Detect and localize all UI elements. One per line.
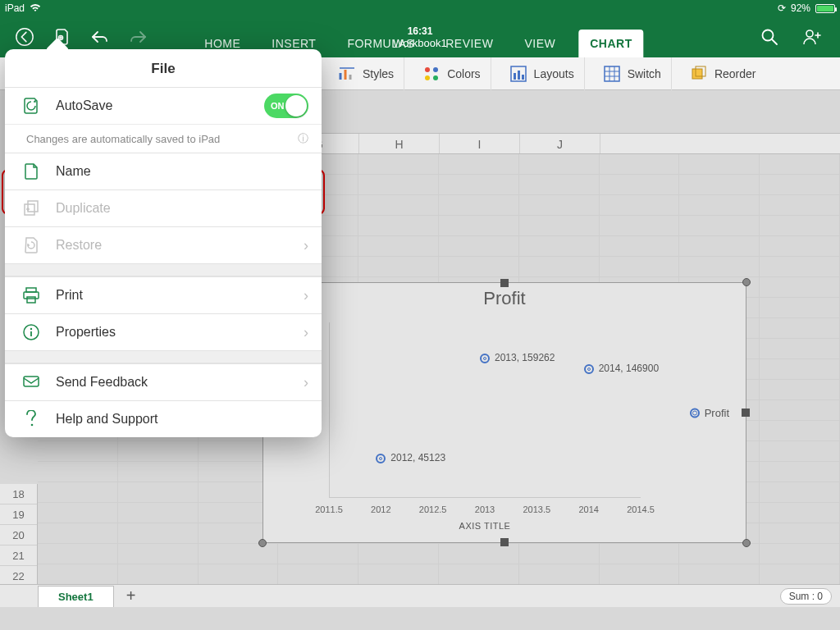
toggle-on-label: ON bbox=[271, 101, 285, 111]
x-tick-label: 2012.5 bbox=[419, 504, 447, 514]
info-icon bbox=[20, 323, 43, 341]
row-number[interactable]: 20 bbox=[0, 525, 37, 546]
file-menu-popover: File AutoSave ON Changes are automatical… bbox=[5, 49, 322, 437]
menu-properties[interactable]: Properties › bbox=[5, 313, 322, 350]
data-point[interactable] bbox=[480, 354, 490, 363]
autosave-label: AutoSave bbox=[56, 98, 112, 113]
data-label: 2014, 146900 bbox=[599, 363, 659, 374]
feedback-label: Send Feedback bbox=[56, 375, 148, 390]
menu-name[interactable]: Name bbox=[5, 153, 322, 189]
help-label: Help and Support bbox=[56, 412, 158, 427]
svg-rect-16 bbox=[28, 201, 38, 212]
chevron-right-icon: › bbox=[304, 324, 308, 341]
ribbon-layouts[interactable]: Layouts bbox=[500, 57, 585, 90]
menu-print[interactable]: Print › bbox=[5, 276, 322, 313]
reorder-icon bbox=[690, 65, 708, 83]
svg-rect-18 bbox=[24, 292, 39, 299]
tab-view[interactable]: VIEW bbox=[516, 30, 564, 57]
share-user-button[interactable] bbox=[802, 27, 822, 47]
chart-plot-area[interactable]: AXIS TITLE 2011.520122012.520132013.5201… bbox=[329, 322, 641, 498]
add-sheet-button[interactable]: + bbox=[119, 587, 144, 605]
back-button[interactable] bbox=[15, 27, 34, 47]
col-header[interactable]: J bbox=[520, 134, 600, 153]
tab-formulas[interactable]: FORMULAS bbox=[339, 30, 422, 57]
svg-rect-19 bbox=[27, 297, 35, 303]
chart-legend[interactable]: Profit bbox=[690, 407, 729, 419]
ribbon-colors[interactable]: Colors bbox=[413, 57, 491, 90]
svg-rect-9 bbox=[514, 73, 516, 80]
data-point[interactable] bbox=[584, 364, 594, 374]
chevron-right-icon: › bbox=[304, 374, 308, 391]
svg-point-4 bbox=[425, 67, 430, 72]
resize-handle[interactable] bbox=[742, 278, 751, 286]
resize-handle[interactable] bbox=[500, 279, 509, 287]
chevron-right-icon: › bbox=[304, 287, 308, 304]
data-label: 2012, 45123 bbox=[390, 452, 445, 463]
data-label: 2013, 159262 bbox=[495, 352, 555, 363]
x-tick-label: 2013 bbox=[475, 504, 495, 514]
chart-object[interactable]: Profit AXIS TITLE 2011.520122012.5201320… bbox=[262, 282, 746, 543]
name-label: Name bbox=[56, 164, 91, 179]
resize-handle[interactable] bbox=[500, 538, 509, 546]
menu-duplicate: Duplicate bbox=[5, 189, 322, 226]
sheet-tab-label: Sheet1 bbox=[58, 591, 94, 603]
styles-icon bbox=[338, 65, 356, 83]
switch-icon bbox=[603, 65, 621, 83]
resize-handle[interactable] bbox=[742, 409, 750, 417]
ribbon-styles[interactable]: Styles bbox=[328, 57, 404, 90]
chevron-right-icon: › bbox=[304, 237, 308, 254]
resize-handle[interactable] bbox=[258, 539, 267, 547]
autosave-toggle[interactable]: ON bbox=[264, 94, 308, 118]
row-number[interactable]: 19 bbox=[0, 504, 37, 525]
ribbon-colors-label: Colors bbox=[447, 67, 480, 80]
row-number[interactable]: 21 bbox=[0, 546, 37, 566]
col-header[interactable]: H bbox=[359, 134, 440, 153]
ribbon-styles-label: Styles bbox=[363, 67, 394, 80]
help-icon bbox=[20, 410, 43, 428]
row-number[interactable]: 18 bbox=[0, 484, 37, 504]
menu-feedback[interactable]: Send Feedback › bbox=[5, 363, 322, 400]
autosave-note: Changes are automatically saved to iPad … bbox=[5, 124, 322, 153]
resize-handle[interactable] bbox=[742, 539, 751, 547]
restore-icon bbox=[20, 236, 43, 254]
y-axis bbox=[329, 322, 330, 498]
data-point[interactable] bbox=[376, 454, 386, 463]
menu-restore: Restore › bbox=[5, 226, 322, 263]
sheet-tab[interactable]: Sheet1 bbox=[38, 586, 114, 607]
autosave-icon bbox=[20, 97, 43, 115]
info-small-icon: ⓘ bbox=[298, 131, 308, 146]
ribbon-reorder[interactable]: Reorder bbox=[680, 57, 766, 90]
svg-rect-10 bbox=[518, 71, 520, 80]
chart-title[interactable]: Profit bbox=[263, 288, 746, 309]
svg-rect-22 bbox=[24, 377, 39, 386]
redo-button[interactable] bbox=[128, 27, 148, 47]
carrier-label: iPad bbox=[5, 2, 25, 14]
search-button[interactable] bbox=[760, 27, 779, 47]
popover-title: File bbox=[5, 49, 322, 87]
svg-point-0 bbox=[16, 29, 33, 45]
tab-review[interactable]: REVIEW bbox=[437, 30, 501, 57]
ribbon-reorder-label: Reorder bbox=[714, 67, 756, 80]
col-header[interactable]: I bbox=[440, 134, 520, 153]
x-axis-title[interactable]: AXIS TITLE bbox=[329, 521, 641, 531]
battery-percent: 92% bbox=[791, 2, 810, 14]
battery-icon bbox=[815, 4, 835, 13]
layouts-icon bbox=[509, 65, 527, 83]
colors-icon bbox=[422, 65, 441, 83]
alarm-icon: ⟳ bbox=[778, 2, 786, 14]
aggregate-readout[interactable]: Sum : 0 bbox=[780, 588, 832, 605]
ribbon-layouts-label: Layouts bbox=[534, 67, 574, 80]
menu-autosave[interactable]: AutoSave ON bbox=[5, 87, 322, 124]
properties-label: Properties bbox=[56, 325, 116, 340]
undo-button[interactable] bbox=[90, 27, 110, 47]
menu-help[interactable]: Help and Support bbox=[5, 400, 322, 437]
ribbon-switch[interactable]: Switch bbox=[593, 57, 672, 90]
tab-chart[interactable]: CHART bbox=[578, 30, 644, 57]
duplicate-icon bbox=[20, 199, 43, 217]
svg-point-7 bbox=[433, 75, 438, 80]
legend-series-label: Profit bbox=[705, 407, 729, 419]
svg-point-5 bbox=[433, 67, 438, 72]
x-axis bbox=[329, 497, 641, 498]
legend-marker-icon bbox=[690, 408, 700, 418]
x-tick-label: 2014.5 bbox=[627, 504, 655, 514]
